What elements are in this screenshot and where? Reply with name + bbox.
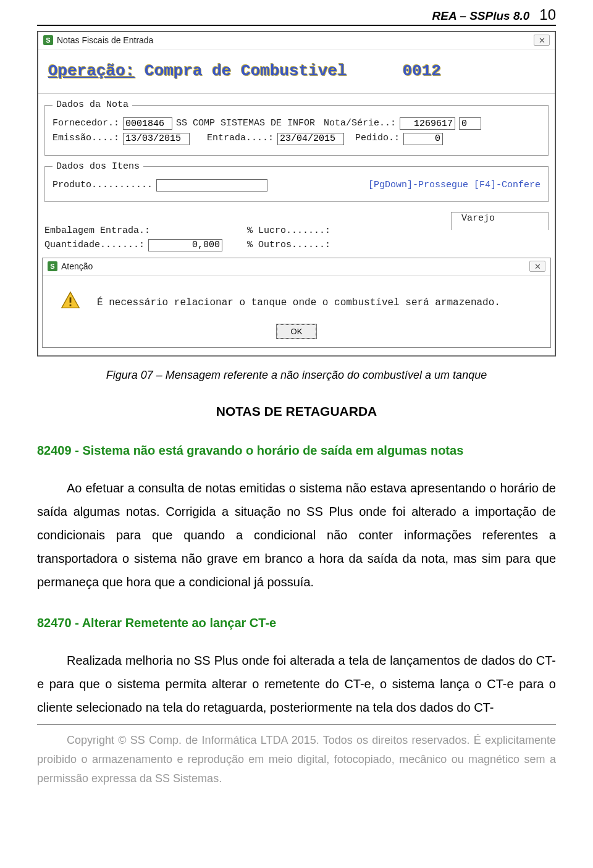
page-number: 10 — [539, 6, 556, 23]
quantidade-input[interactable] — [148, 239, 222, 251]
dialog-titlebar: S Atenção ✕ — [43, 258, 550, 276]
emissao-input[interactable] — [123, 133, 190, 145]
footer-rule — [37, 724, 556, 725]
fornecedor-name: SS COMP SISTEMAS DE INFOR — [176, 117, 315, 130]
main-window-title: Notas Fiscais de Entrada — [57, 35, 153, 46]
pedido-label: Pedido.: — [355, 132, 400, 145]
dados-itens-legend: Dados dos Itens — [53, 161, 143, 173]
serie-input[interactable] — [459, 117, 481, 130]
footer-copyright: Copyright © SS Comp. de Informática LTDA… — [37, 731, 556, 788]
operation-banner: Operação: Compra de Combustivel 0012 — [38, 49, 555, 94]
dados-nota-legend: Dados da Nota — [53, 99, 132, 111]
quantidade-label: Quantidade.......: — [44, 239, 145, 251]
nota-serie-label: Nota/Série..: — [324, 117, 396, 130]
item-82409-body: Ao efetuar a consulta de notas emitidas … — [37, 476, 556, 594]
section-title: NOTAS DE RETAGUARDA — [37, 404, 556, 419]
svg-rect-1 — [70, 305, 72, 306]
fornecedor-code-input[interactable] — [123, 117, 172, 130]
operation-code: 0012 — [403, 61, 441, 82]
warning-icon — [60, 290, 81, 316]
product-name: REA – SSPlus 8.0 — [432, 9, 530, 23]
atencao-dialog: S Atenção ✕ É necessário relacionar o ta… — [42, 258, 551, 348]
lucro-label: % Lucro.......: — [247, 225, 330, 237]
embalagem-label: Embalagem Entrada.: — [44, 225, 150, 237]
item-82470-body: Realizada melhoria no SS Plus onde foi a… — [37, 649, 556, 719]
nota-input[interactable] — [400, 117, 455, 130]
fornecedor-label: Fornecedor.: — [53, 117, 119, 130]
entrada-input[interactable] — [277, 133, 344, 145]
outros-label: % Outros......: — [247, 239, 330, 251]
operation-label: Operação: — [48, 62, 135, 80]
produto-input[interactable] — [156, 179, 267, 192]
screenshot-container: S Notas Fiscais de Entrada ✕ Operação: C… — [37, 31, 556, 356]
varejo-group-header: Varejo — [44, 207, 549, 225]
produto-label: Produto........... — [53, 179, 153, 192]
item-82470-heading: 82470 - Alterar Remetente ao lançar CT-e — [37, 616, 556, 630]
item-82409-heading: 82409 - Sistema não está gravando o horá… — [37, 444, 556, 458]
figure-caption: Figura 07 – Mensagem referente a não ins… — [37, 369, 556, 382]
operation-value: Compra de Combustivel — [145, 62, 347, 80]
main-window: S Notas Fiscais de Entrada ✕ Operação: C… — [38, 32, 555, 356]
header-rule — [37, 25, 556, 26]
varejo-label: Varejo — [458, 213, 498, 224]
dialog-title: Atenção — [61, 261, 93, 272]
itens-key-hints: [PgDown]-Prossegue [F4]-Confere — [368, 179, 540, 192]
svg-rect-0 — [70, 297, 72, 303]
ssplus-logo-icon: S — [48, 261, 57, 271]
close-icon[interactable]: ✕ — [534, 35, 550, 46]
pedido-input[interactable] — [403, 133, 443, 145]
main-titlebar: S Notas Fiscais de Entrada ✕ — [38, 32, 555, 49]
emissao-label: Emissão....: — [53, 132, 119, 145]
ssplus-logo-icon: S — [43, 35, 53, 45]
close-icon[interactable]: ✕ — [529, 261, 545, 272]
entrada-label: Entrada....: — [207, 132, 274, 145]
dados-nota-group: Dados da Nota Fornecedor.: SS COMP SISTE… — [44, 99, 549, 156]
dados-itens-group: Dados dos Itens Produto........... [PgDo… — [44, 161, 549, 203]
page-header: REA – SSPlus 8.0 10 — [37, 6, 556, 23]
ok-button[interactable]: OK — [277, 324, 317, 339]
dialog-message: É necessário relacionar o tanque onde o … — [97, 297, 500, 310]
